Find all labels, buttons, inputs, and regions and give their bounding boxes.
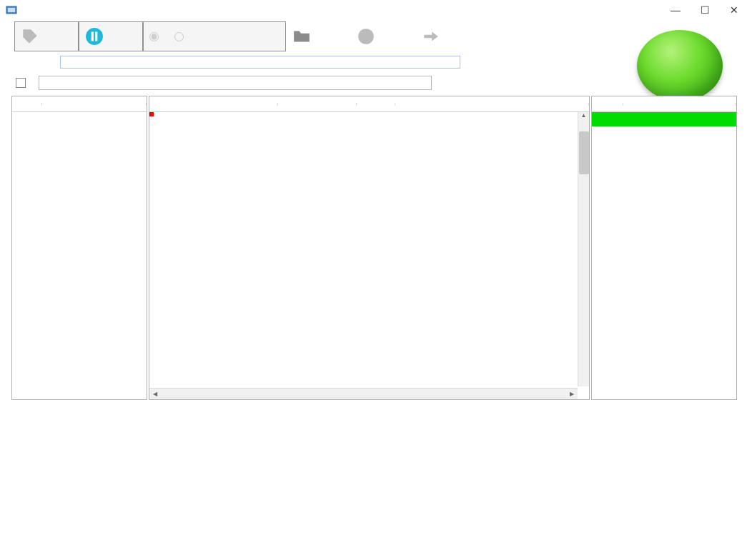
stats	[657, 503, 718, 541]
success-headers	[592, 96, 736, 112]
firmware-path-input[interactable]	[60, 56, 460, 69]
firmware-button[interactable]	[14, 21, 79, 51]
minimize-button[interactable]: —	[671, 4, 681, 16]
firmware-row	[0, 53, 747, 70]
pause-icon	[85, 27, 104, 46]
arrow-right-icon	[421, 27, 440, 46]
highlight-box	[149, 112, 154, 116]
toolbar	[0, 20, 747, 53]
svg-rect-4	[95, 32, 97, 41]
device-tree[interactable]	[149, 112, 589, 399]
svg-point-2	[86, 28, 103, 45]
demo-button[interactable]	[286, 21, 350, 51]
svg-rect-1	[8, 8, 15, 12]
svg-rect-3	[91, 32, 94, 41]
success-row[interactable]	[592, 112, 736, 126]
mode-group	[143, 21, 286, 51]
maximize-button[interactable]: ☐	[701, 4, 710, 16]
svg-point-5	[358, 29, 374, 44]
window-controls: — ☐ ✕	[671, 4, 741, 16]
exit-button[interactable]	[415, 21, 479, 51]
device-headers	[149, 96, 589, 112]
restore-radio[interactable]	[174, 32, 187, 41]
upgrade-radio[interactable]	[149, 32, 162, 41]
globe-icon	[357, 27, 375, 46]
demo-row	[0, 70, 747, 96]
device-panel: ▲ ◀▶	[149, 96, 590, 400]
folder-icon	[292, 27, 311, 46]
fail-headers	[12, 96, 147, 112]
vertical-scrollbar[interactable]: ▲	[578, 112, 589, 386]
language-button[interactable]	[350, 21, 415, 51]
panels: ▲ ◀▶	[0, 96, 747, 400]
success-panel	[591, 96, 737, 400]
fail-panel	[11, 96, 147, 400]
wizard	[0, 400, 747, 421]
app-icon	[6, 4, 17, 16]
demo-input[interactable]	[39, 76, 432, 90]
horizontal-scrollbar[interactable]: ◀▶	[149, 388, 578, 399]
stop-button[interactable]	[79, 21, 143, 51]
titlebar: — ☐ ✕	[0, 0, 747, 20]
demo-checkbox[interactable]	[16, 78, 26, 88]
close-button[interactable]: ✕	[730, 4, 738, 16]
tag-icon	[21, 27, 39, 46]
